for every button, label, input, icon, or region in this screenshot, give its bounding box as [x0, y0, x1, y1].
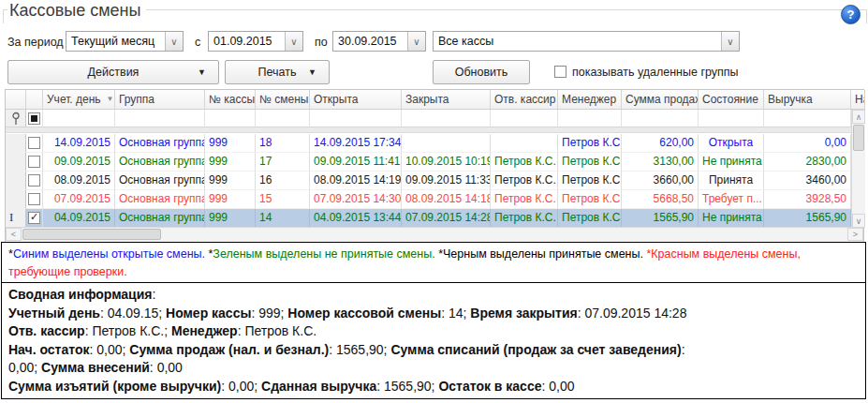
filter-cell[interactable] — [115, 110, 205, 127]
cash-register-select[interactable]: Все кассы ∨ — [433, 31, 740, 52]
column-header-0[interactable]: Учет. день▼ — [43, 90, 115, 110]
row-checkbox-cell[interactable] — [26, 172, 43, 190]
cell[interactable]: 1565,90 — [764, 209, 851, 228]
cell[interactable]: 14.09.2015 17:34 — [310, 134, 402, 153]
table-row[interactable]: 07.09.2015Основная группа9991507.09.2015… — [6, 190, 851, 209]
cell[interactable] — [402, 134, 491, 153]
chevron-down-icon[interactable]: ∨ — [407, 32, 425, 51]
cell[interactable]: 5668,50 — [622, 190, 699, 209]
cell[interactable]: 999 — [205, 190, 256, 209]
cell[interactable]: 15 — [256, 190, 310, 209]
horizontal-scrollbar[interactable]: < > — [6, 227, 863, 242]
filter-cell[interactable] — [310, 110, 402, 127]
row-checkbox-cell[interactable] — [26, 134, 43, 153]
filter-cell[interactable] — [256, 110, 310, 127]
filter-cell[interactable] — [764, 110, 851, 127]
cell[interactable]: 09.09.2015 11:41 — [310, 153, 402, 172]
cell[interactable]: Петров К.С. — [491, 153, 558, 172]
filter-cell[interactable] — [402, 110, 491, 127]
cell[interactable]: Открыта — [699, 134, 764, 153]
table-row[interactable]: 14.09.2015Основная группа9991814.09.2015… — [6, 134, 851, 153]
table-row[interactable]: 09.09.2015Основная группа9991709.09.2015… — [6, 153, 851, 172]
cell[interactable]: 16 — [256, 172, 310, 190]
cell[interactable]: 08.09.2015 14:18 — [402, 190, 491, 209]
cell[interactable]: 999 — [205, 134, 256, 153]
cell[interactable]: Петров К.С. — [558, 190, 622, 209]
cell[interactable]: 10.09.2015 10:19 — [402, 153, 491, 172]
date-from-field[interactable]: 01.09.2015 ∨ — [208, 31, 303, 52]
cell[interactable]: 999 — [205, 153, 256, 172]
filter-cell[interactable] — [622, 110, 699, 127]
cell[interactable]: 14.09.2015 — [43, 134, 115, 153]
column-header-2[interactable]: № кассы — [205, 90, 256, 110]
cell[interactable]: Принята — [699, 172, 764, 190]
scroll-right-icon[interactable]: > — [847, 228, 863, 241]
row-checkbox-cell[interactable] — [26, 209, 43, 228]
table-filter-row[interactable] — [6, 110, 851, 127]
refresh-button[interactable]: Обновить — [433, 60, 530, 84]
cell[interactable]: 999 — [205, 172, 256, 190]
cell[interactable]: Не принята — [699, 209, 764, 228]
cell[interactable]: 3460,00 — [764, 172, 851, 190]
cell[interactable]: 09.09.2015 11:33 — [402, 172, 491, 190]
cell[interactable]: 999 — [205, 209, 256, 228]
cell[interactable]: 04.09.2015 — [43, 209, 115, 228]
horizontal-scrollbar-thumb[interactable] — [22, 229, 161, 240]
cell[interactable]: 1565,90 — [622, 209, 699, 228]
cell[interactable]: Петров К.С. — [558, 153, 622, 172]
scroll-down-icon[interactable]: ∨ — [852, 214, 865, 228]
row-checkbox[interactable] — [28, 193, 40, 205]
cell[interactable]: 3130,00 — [622, 153, 699, 172]
cell[interactable]: 07.09.2015 14:28 — [402, 209, 491, 228]
filter-cell[interactable] — [699, 110, 764, 127]
select-all-cell[interactable] — [26, 110, 43, 127]
cell[interactable]: Петров К.С. — [558, 209, 622, 228]
filter-cell[interactable] — [491, 110, 558, 127]
row-checkbox-cell[interactable] — [26, 153, 43, 172]
cell[interactable]: 17 — [256, 153, 310, 172]
column-header-4[interactable]: Открыта — [310, 90, 402, 110]
vertical-scrollbar[interactable]: ∧ ∨ — [851, 110, 865, 228]
column-header-11[interactable]: Нач. — [851, 90, 865, 110]
column-header-9[interactable]: Состояние — [699, 90, 764, 110]
cell[interactable]: 18 — [256, 134, 310, 153]
filter-cell[interactable] — [43, 110, 115, 127]
cell[interactable]: 14 — [256, 209, 310, 228]
chevron-down-icon[interactable]: ∨ — [165, 32, 183, 51]
cell[interactable]: 09.09.2015 — [43, 153, 115, 172]
show-deleted-checkbox[interactable] — [554, 66, 566, 78]
cell[interactable]: Петров К.С. — [558, 134, 622, 153]
column-header-8[interactable]: Сумма продаж — [622, 90, 699, 110]
scroll-left-icon[interactable]: < — [6, 228, 22, 241]
chevron-down-icon[interactable]: ∨ — [285, 32, 302, 51]
cell[interactable]: 3928,50 — [764, 190, 851, 209]
date-to-field[interactable]: 30.09.2015 ∨ — [332, 31, 426, 52]
select-all-checkbox[interactable] — [28, 112, 40, 125]
cell[interactable]: Петров К.С. — [491, 190, 558, 209]
column-header-3[interactable]: № смены — [256, 90, 310, 110]
cell[interactable]: Не принята — [699, 153, 764, 172]
cell[interactable]: Петров К.С. — [491, 209, 558, 228]
cell[interactable] — [491, 134, 558, 153]
cell[interactable]: Основная группа — [115, 190, 205, 209]
actions-button[interactable]: Действия ▼ — [7, 60, 219, 84]
cell[interactable]: Петров К.С. — [491, 172, 558, 190]
row-checkbox[interactable] — [28, 174, 40, 187]
cell[interactable]: Основная группа — [115, 134, 205, 153]
filter-cell[interactable] — [558, 110, 622, 127]
period-select[interactable]: Текущий месяц ∨ — [66, 31, 184, 52]
cell[interactable]: 07.09.2015 — [43, 190, 115, 209]
cell[interactable]: 620,00 — [622, 134, 699, 153]
filter-cell[interactable] — [205, 110, 256, 127]
column-header-5[interactable]: Закрыта — [402, 90, 491, 110]
help-icon[interactable]: ? — [841, 5, 861, 24]
table-row[interactable]: 08.09.2015Основная группа9991608.09.2015… — [6, 172, 851, 190]
cell[interactable]: 04.09.2015 13:44 — [310, 209, 402, 228]
cell[interactable]: Основная группа — [115, 172, 205, 190]
cell[interactable]: 3660,00 — [622, 172, 699, 190]
table-row[interactable]: I04.09.2015Основная группа9991404.09.201… — [6, 209, 851, 228]
row-checkbox[interactable] — [28, 212, 40, 224]
cell[interactable]: 0,00 — [764, 134, 851, 153]
cell[interactable]: Петров К.С. — [558, 172, 622, 190]
cell[interactable]: 08.09.2015 — [43, 172, 115, 190]
